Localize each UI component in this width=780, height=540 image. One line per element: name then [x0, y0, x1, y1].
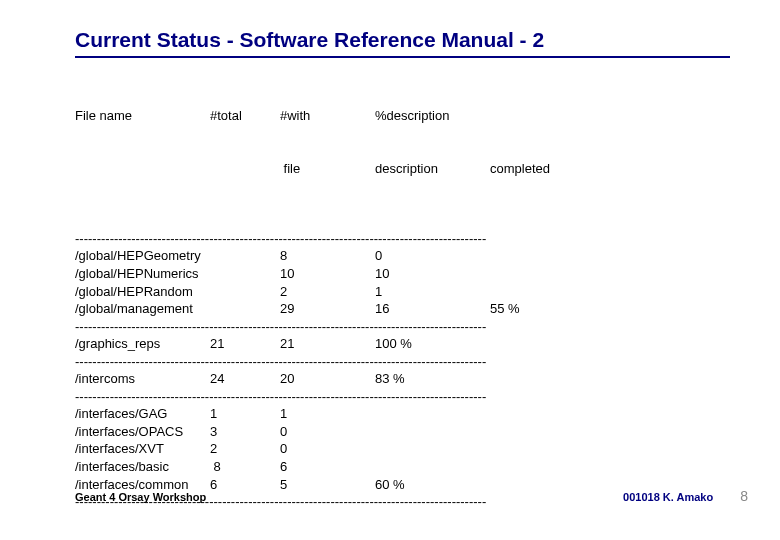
table-row: /interfaces/OPACS30: [75, 423, 730, 441]
cell-c2: 1: [280, 405, 375, 423]
cell-c0: /global/HEPGeometry: [75, 247, 210, 265]
cell-c2: 21: [280, 335, 375, 353]
cell-c3: 16: [375, 300, 490, 318]
cell-c2: 29: [280, 300, 375, 318]
table-row: /interfaces/basic 86: [75, 458, 730, 476]
cell-c1: [210, 247, 280, 265]
cell-c2: 8: [280, 247, 375, 265]
cell-c1: [210, 265, 280, 283]
cell-c1: 1: [210, 405, 280, 423]
table-row: /global/HEPGeometry80: [75, 247, 730, 265]
page-number: 8: [740, 488, 748, 504]
cell-c3: 1: [375, 283, 490, 301]
header-desc-b: description: [375, 160, 490, 178]
cell-c4: 55 %: [490, 300, 600, 318]
cell-c1: 3: [210, 423, 280, 441]
cell-c3: 10: [375, 265, 490, 283]
table-row: /graphics_reps2121100 %: [75, 335, 730, 353]
separator: ----------------------------------------…: [75, 318, 625, 336]
cell-c1: 21: [210, 335, 280, 353]
separator: ----------------------------------------…: [75, 230, 625, 248]
cell-c1: 2: [210, 440, 280, 458]
table-row: /interfaces/GAG11: [75, 405, 730, 423]
cell-c3: [375, 458, 490, 476]
table-row: /intercoms242083 %: [75, 370, 730, 388]
cell-c0: /interfaces/basic: [75, 458, 210, 476]
cell-c3: [375, 423, 490, 441]
cell-c2: 2: [280, 283, 375, 301]
cell-c2: 0: [280, 440, 375, 458]
table-row: /global/management291655 %: [75, 300, 730, 318]
header-filename: File name: [75, 107, 210, 125]
cell-c0: /interfaces/GAG: [75, 405, 210, 423]
cell-c1: [210, 300, 280, 318]
cell-c1: 24: [210, 370, 280, 388]
header-row-1: File name #total #with %description: [75, 107, 730, 125]
header-completed: [490, 107, 600, 125]
cell-c0: /interfaces/OPACS: [75, 423, 210, 441]
cell-c4: [490, 405, 600, 423]
cell-c1: [210, 283, 280, 301]
cell-c3: 83 %: [375, 370, 490, 388]
header-row-2: file description completed: [75, 160, 730, 178]
header-withfile-b: file: [280, 160, 375, 178]
header-desc-a: %description: [375, 107, 490, 125]
table-row: /interfaces/XVT20: [75, 440, 730, 458]
cell-c4: [490, 265, 600, 283]
cell-c3: [375, 405, 490, 423]
header-total: #total: [210, 107, 280, 125]
cell-c1: 8: [210, 458, 280, 476]
cell-c2: 0: [280, 423, 375, 441]
cell-c4: [490, 440, 600, 458]
title-rule: [75, 56, 730, 58]
footer: Geant 4 Orsay Workshop 001018 K. Amako 8: [75, 488, 748, 504]
cell-c3: 0: [375, 247, 490, 265]
cell-c4: [490, 283, 600, 301]
cell-c0: /global/HEPRandom: [75, 283, 210, 301]
cell-c0: /intercoms: [75, 370, 210, 388]
cell-c4: [490, 423, 600, 441]
cell-c3: 100 %: [375, 335, 490, 353]
cell-c0: /global/management: [75, 300, 210, 318]
table-content: File name #total #with %description file…: [75, 72, 730, 540]
footer-right: 001018 K. Amako: [623, 491, 713, 503]
table-row: /global/HEPNumerics1010: [75, 265, 730, 283]
cell-c4: [490, 458, 600, 476]
slide-title: Current Status - Software Reference Manu…: [75, 28, 730, 52]
table-row: /global/HEPRandom21: [75, 283, 730, 301]
header-completed-b: completed: [490, 160, 600, 178]
separator: ----------------------------------------…: [75, 353, 625, 371]
cell-c4: [490, 335, 600, 353]
cell-c2: 6: [280, 458, 375, 476]
cell-c4: [490, 370, 600, 388]
cell-c0: /interfaces/XVT: [75, 440, 210, 458]
cell-c4: [490, 247, 600, 265]
cell-c2: 20: [280, 370, 375, 388]
cell-c0: /graphics_reps: [75, 335, 210, 353]
cell-c0: /global/HEPNumerics: [75, 265, 210, 283]
footer-left: Geant 4 Orsay Workshop: [75, 491, 206, 503]
cell-c2: 10: [280, 265, 375, 283]
header-withfile-a: #with: [280, 107, 375, 125]
separator: ----------------------------------------…: [75, 388, 625, 406]
cell-c3: [375, 440, 490, 458]
